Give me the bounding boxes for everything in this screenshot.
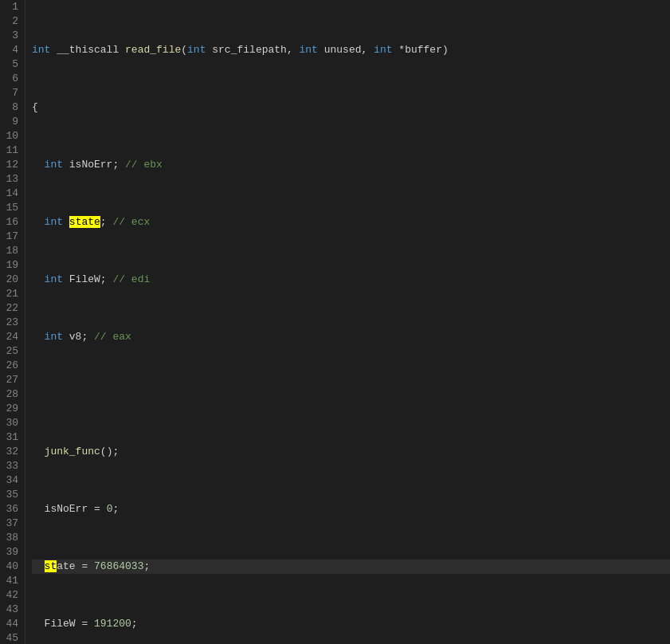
code-line-10: state = 76864033; <box>32 560 670 574</box>
code-line-4: int state; // ecx <box>32 215 670 230</box>
line-numbers: 12345 678910 1112131415 1617181920 21222… <box>0 0 25 644</box>
code-line-5: int FileW; // edi <box>32 273 670 287</box>
code-line-1: int __thiscall read_file(int src_filepat… <box>32 43 670 57</box>
code-line-3: int isNoErr; // ebx <box>32 158 670 172</box>
code-line-7 <box>32 387 670 402</box>
code-line-2: { <box>32 100 670 115</box>
code-line-11: FileW = 191200; <box>32 617 670 631</box>
code-container: 12345 678910 1112131415 1617181920 21222… <box>0 0 670 644</box>
code-line-9: isNoErr = 0; <box>32 502 670 516</box>
code-content: int __thiscall read_file(int src_filepat… <box>25 0 670 644</box>
code-line-8: junk_func(); <box>32 445 670 459</box>
code-line-6: int v8; // eax <box>32 330 670 344</box>
